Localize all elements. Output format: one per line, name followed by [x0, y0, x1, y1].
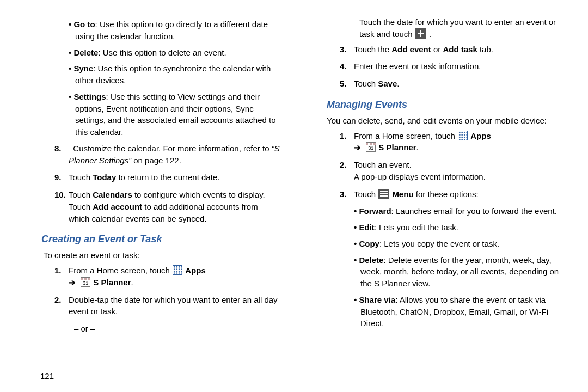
step-text: A pop-up displays event information. — [354, 172, 486, 181]
ui-term: Add event — [391, 45, 431, 54]
step-text: on page 122. — [131, 156, 181, 165]
right-column: Touch the date for which you want to ent… — [294, 16, 572, 387]
option-desc: : Delete events for the year, month, wee… — [360, 255, 559, 289]
option-label: Sync — [74, 64, 93, 73]
plus-add-icon — [415, 28, 426, 39]
list-item: Delete: Delete events for the year, mont… — [354, 254, 566, 290]
splanner-label: S Planner — [93, 278, 131, 287]
option-label: Delete — [74, 48, 98, 57]
arrow-right-icon — [354, 143, 363, 152]
ui-term: Add task — [443, 45, 477, 54]
ui-term: Today — [93, 173, 116, 182]
list-item: Settings: Use this setting to View setti… — [69, 91, 281, 138]
list-item: Edit: Lets you edit the task. — [354, 222, 566, 234]
manage-step-2: 2. Touch an event. A pop-up displays eve… — [307, 159, 566, 183]
option-desc: : Lets you copy the event or task. — [379, 239, 499, 248]
step-text: . — [397, 79, 399, 88]
manage-step-1: 1. From a Home screen, touch Apps S Plan… — [307, 130, 566, 154]
step-10: 10.Touch Calendars to configure which ev… — [22, 189, 281, 224]
continuation-text: Touch the date for which you want to ent… — [359, 16, 566, 40]
page-number: 121 — [40, 370, 54, 382]
splanner-calendar-icon — [366, 142, 376, 152]
create-step-5: 5. Touch Save. — [307, 78, 566, 90]
menu-label: Menu — [392, 189, 413, 199]
step-8: 8. Customize the calendar. For more info… — [22, 143, 281, 167]
step-text: tab. — [477, 45, 493, 54]
option-label: Go to — [74, 20, 95, 29]
option-label: Forward — [359, 206, 391, 216]
option-label: Copy — [359, 239, 379, 248]
section-heading-creating: Creating an Event or Task — [41, 232, 281, 246]
manage-step-3: 3. Touch Menu for these options: — [307, 188, 566, 200]
step-text: Touch an event. — [354, 160, 412, 169]
page-body: Go to: Use this option to go directly to… — [0, 0, 588, 392]
left-column: Go to: Use this option to go directly to… — [16, 16, 294, 387]
apps-grid-icon — [458, 131, 468, 140]
apps-label: Apps — [470, 131, 491, 140]
option-desc: : Lets you edit the task. — [375, 223, 458, 232]
step-text: Touch — [69, 173, 93, 182]
create-step-2: 2.Double-tap the date for which you want… — [22, 294, 281, 318]
ui-term: Add account — [93, 202, 142, 211]
step-text: Enter the event or task information. — [354, 60, 566, 72]
list-item: Sync: Use this option to synchronize the… — [69, 63, 281, 87]
option-label: Settings — [74, 92, 106, 101]
ui-term: Calendars — [93, 190, 132, 199]
option-label: Delete — [359, 255, 383, 265]
list-item: Delete: Use this option to delete an eve… — [69, 47, 281, 59]
option-label: Share via — [359, 295, 395, 304]
option-desc: : Use this option to go directly to a di… — [75, 20, 268, 41]
step-text: From a Home screen, touch — [69, 266, 172, 275]
option-desc: : Use this option to synchronize the cal… — [75, 64, 271, 85]
menu-icon — [378, 189, 389, 199]
intro-text: To create an event or task: — [44, 249, 281, 261]
step-text: Touch — [354, 189, 378, 199]
step-text: Touch — [354, 79, 378, 88]
arrow-right-icon — [69, 278, 78, 287]
step-text: Touch — [69, 190, 93, 199]
step-text: for these options: — [414, 189, 479, 199]
options-bullet-list: Go to: Use this option to go directly to… — [22, 19, 281, 138]
list-item: Go to: Use this option to go directly to… — [69, 19, 281, 42]
apps-grid-icon — [173, 265, 182, 275]
ui-term: Save — [378, 79, 397, 88]
create-steps-continued: 3. Touch the Add event or Add task tab. … — [307, 44, 566, 90]
list-item: Copy: Lets you copy the event or task. — [354, 238, 566, 250]
step-text: Customize the calendar. For more informa… — [73, 144, 271, 153]
splanner-calendar-icon — [81, 277, 90, 287]
numbered-steps: 8. Customize the calendar. For more info… — [22, 143, 281, 225]
or-separator: – or – — [74, 323, 281, 335]
step-text: Touch the date for which you want to ent… — [359, 17, 556, 39]
option-desc: : Launches email for you to forward the … — [391, 206, 557, 216]
option-desc: : Use this option to delete an event. — [98, 48, 226, 57]
section-heading-managing: Managing Events — [327, 97, 566, 112]
step-text: From a Home screen, touch — [354, 131, 457, 140]
step-text: Double-tap the date for which you want t… — [69, 294, 281, 318]
splanner-label: S Planner — [378, 143, 416, 152]
create-steps: 1. From a Home screen, touch Apps S Plan… — [22, 265, 281, 317]
intro-text: You can delete, send, and edit events on… — [327, 115, 566, 127]
option-label: Edit — [359, 223, 374, 232]
step-9: 9.Touch Today to return to the current d… — [22, 171, 281, 183]
list-item: Forward: Launches email for you to forwa… — [354, 205, 566, 217]
apps-label: Apps — [185, 266, 206, 275]
create-step-3: 3. Touch the Add event or Add task tab. — [307, 44, 566, 56]
step-text: or — [431, 45, 443, 54]
step-text: Touch the — [354, 45, 391, 54]
menu-options-list: Forward: Launches email for you to forwa… — [307, 205, 566, 329]
create-step-1: 1. From a Home screen, touch Apps S Plan… — [22, 265, 281, 289]
step-text: . — [429, 29, 431, 39]
step-text: to return to the current date. — [116, 173, 219, 182]
manage-steps: 1. From a Home screen, touch Apps S Plan… — [307, 130, 566, 200]
list-item: Share via: Allows you to share the event… — [354, 294, 566, 329]
create-step-4: 4.Enter the event or task information. — [307, 60, 566, 72]
